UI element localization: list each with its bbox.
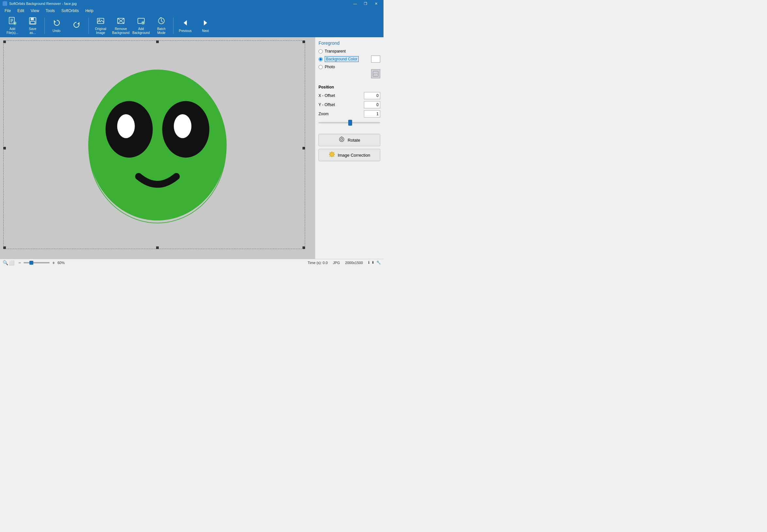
zoom-slider-container — [319, 119, 380, 126]
redo-icon — [72, 21, 81, 30]
zoom-control: − + 60% — [17, 260, 65, 265]
previous-label: Previous — [179, 29, 192, 33]
zoom-slider-bar[interactable] — [23, 262, 50, 263]
toolbar: Add File(s)... Saveas... Undo — [0, 14, 384, 37]
menu-edit[interactable]: Edit — [14, 7, 27, 14]
file-format: JPG — [333, 261, 340, 265]
svg-line-41 — [334, 152, 334, 153]
zoom-thumb[interactable] — [348, 120, 352, 126]
svg-line-40 — [334, 156, 334, 157]
photo-label[interactable]: Photo — [325, 65, 335, 69]
handle-mr[interactable] — [303, 147, 305, 149]
zoom-percent: 60% — [57, 261, 65, 265]
photo-radio[interactable] — [319, 65, 323, 69]
save-as-button[interactable]: Saveas... — [23, 16, 42, 36]
photo-swatch[interactable] — [371, 69, 380, 78]
separator-3 — [173, 18, 173, 34]
share-icon[interactable]: ℹ — [368, 260, 369, 265]
transparent-label[interactable]: Transparent — [325, 49, 346, 54]
batch-mode-icon — [157, 17, 165, 26]
view-icon-2[interactable]: ⬜ — [9, 260, 14, 265]
handle-tm[interactable] — [156, 40, 159, 43]
batch-mode-button[interactable]: Batch Mode — [151, 16, 171, 36]
download-icon[interactable]: ⬇ — [371, 260, 374, 265]
canvas-area[interactable] — [0, 37, 315, 259]
menu-file[interactable]: File — [1, 7, 14, 14]
original-image-button[interactable]: OriginalImage — [91, 16, 110, 36]
y-offset-input[interactable] — [364, 101, 380, 108]
add-background-icon — [137, 17, 145, 26]
photo-row: Photo — [319, 65, 380, 69]
svg-point-31 — [341, 138, 343, 140]
original-image-icon — [96, 17, 105, 26]
position-label: Position — [319, 85, 380, 89]
x-offset-label: X - Offset — [319, 93, 335, 98]
transparent-row: Transparent — [319, 49, 380, 54]
handle-bl[interactable] — [3, 246, 6, 249]
zoom-minus-button[interactable]: − — [17, 260, 22, 265]
previous-button[interactable]: Previous — [175, 16, 195, 36]
svg-point-34 — [331, 153, 333, 155]
canvas-content — [0, 37, 315, 259]
zoom-input[interactable] — [364, 110, 380, 117]
color-swatch[interactable] — [371, 55, 380, 63]
undo-label: Undo — [53, 29, 60, 33]
batch-mode-label: Batch Mode — [153, 27, 170, 35]
svg-point-30 — [339, 137, 344, 142]
y-offset-row: Y - Offset — [319, 101, 380, 108]
handle-tr[interactable] — [303, 40, 305, 43]
svg-point-26 — [117, 114, 135, 138]
svg-line-42 — [330, 156, 330, 157]
settings-icon[interactable]: 🔧 — [376, 260, 381, 265]
svg-rect-11 — [97, 18, 104, 23]
window-title: SoftOrbits Background Remover - face.jpg — [9, 2, 77, 6]
next-label: Next — [202, 29, 209, 33]
menu-view[interactable]: View — [27, 7, 42, 14]
menu-softorbits[interactable]: SoftOrbits — [58, 7, 82, 14]
panel-title: Foregrond — [319, 40, 380, 46]
transparent-radio[interactable] — [319, 49, 323, 54]
action-icons: ℹ ⬇ 🔧 — [368, 260, 381, 265]
original-image-label: OriginalImage — [95, 27, 106, 35]
x-offset-input[interactable] — [364, 92, 380, 99]
handle-tl[interactable] — [3, 40, 6, 43]
zoom-bar-thumb[interactable] — [29, 261, 33, 265]
view-icon-1[interactable]: 🔍 — [3, 260, 8, 265]
zoom-row: Zoom — [319, 110, 380, 117]
menu-tools[interactable]: Tools — [42, 7, 58, 14]
zoom-plus-button[interactable]: + — [51, 260, 56, 265]
main-area: Foregrond Transparent Background Color P… — [0, 37, 384, 259]
zoom-label: Zoom — [319, 112, 329, 116]
previous-icon — [181, 19, 189, 28]
svg-rect-8 — [31, 18, 34, 20]
maximize-button[interactable]: ❐ — [361, 0, 370, 7]
image-correction-icon — [329, 151, 335, 159]
background-color-label[interactable]: Background Color — [325, 56, 359, 62]
undo-icon — [52, 19, 61, 28]
redo-button[interactable] — [67, 16, 86, 36]
add-background-label: AddBackground — [132, 27, 149, 35]
handle-bm[interactable] — [156, 246, 159, 249]
titlebar-controls: — ❐ ✕ — [350, 0, 381, 7]
rotate-label: Rotate — [348, 138, 360, 143]
minimize-button[interactable]: — — [350, 0, 360, 7]
statusbar-left: 🔍 ⬜ − + 60% — [3, 260, 65, 265]
close-button[interactable]: ✕ — [371, 0, 381, 7]
handle-ml[interactable] — [3, 147, 6, 149]
image-correction-button[interactable]: Image Correction — [319, 149, 380, 161]
divider-1 — [319, 82, 380, 85]
image-correction-label: Image Correction — [338, 153, 370, 158]
background-color-radio[interactable] — [319, 57, 323, 61]
next-button[interactable]: Next — [196, 16, 215, 36]
handle-br[interactable] — [303, 246, 305, 249]
add-file-button[interactable]: Add File(s)... — [3, 16, 22, 36]
separator-2 — [88, 18, 89, 34]
add-background-button[interactable]: AddBackground — [131, 16, 151, 36]
remove-background-button[interactable]: RemoveBackground — [111, 16, 131, 36]
menu-help[interactable]: Help — [82, 7, 97, 14]
rotate-icon — [338, 136, 345, 144]
undo-button[interactable]: Undo — [47, 16, 66, 36]
app-icon — [3, 1, 7, 6]
svg-point-23 — [88, 70, 227, 220]
rotate-button[interactable]: Rotate — [319, 134, 380, 146]
